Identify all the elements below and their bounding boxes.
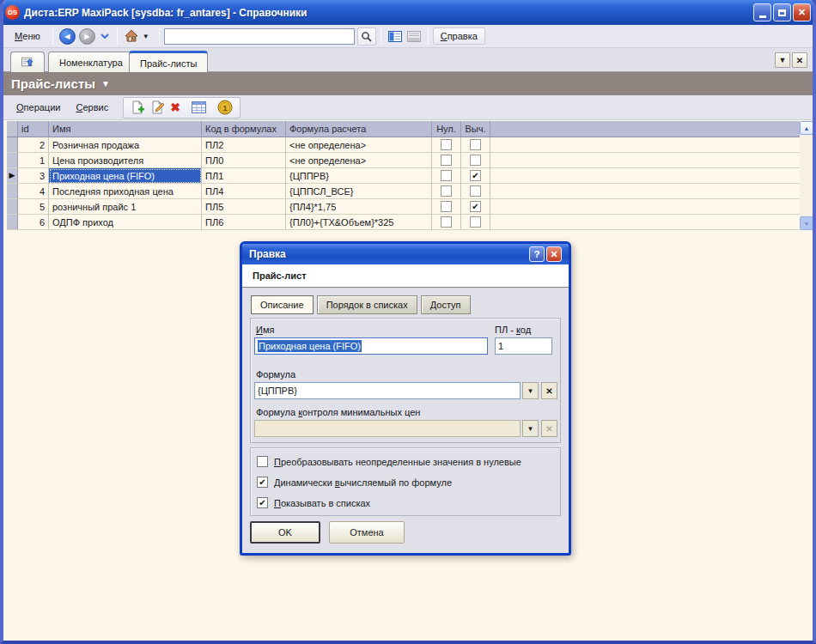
checkbox-icon[interactable] (470, 185, 481, 197)
cell-id[interactable]: 6 (18, 215, 49, 230)
checkbox-icon[interactable] (470, 155, 481, 166)
cell-id[interactable]: 4 (18, 184, 49, 199)
col-id[interactable]: id (18, 121, 49, 137)
cell-formula[interactable]: {ЦППРВ} (286, 168, 432, 184)
cell-id[interactable]: 5 (18, 199, 49, 215)
dialog-tab-access[interactable]: Доступ (421, 295, 471, 314)
cell-id[interactable]: 1 (18, 153, 49, 168)
cell-nul[interactable] (432, 184, 461, 199)
cell-formula[interactable]: {ЦППСЛ_ВСЕ} (286, 184, 432, 199)
cell-id[interactable]: 3 (18, 168, 49, 184)
menu-operations[interactable]: Операции (9, 99, 68, 116)
cell-nul[interactable] (432, 199, 461, 215)
dialog-tab-order[interactable]: Порядок в списках (317, 295, 417, 314)
checkbox-icon[interactable] (470, 216, 481, 228)
cell-nul[interactable] (432, 153, 461, 168)
checkbox-icon[interactable] (441, 155, 452, 166)
checkbox-icon[interactable] (441, 170, 452, 181)
formula-clear-button[interactable]: ✕ (541, 382, 557, 399)
delete-button[interactable]: ✖ (170, 100, 180, 114)
cell-nul[interactable] (432, 137, 461, 153)
edit-button[interactable] (150, 100, 165, 115)
cell-formula[interactable]: {ПЛ4}*1,75 (286, 199, 432, 215)
ok-button[interactable]: OK (250, 521, 320, 544)
back-button[interactable]: ◀ (59, 28, 76, 45)
currency-button[interactable]: 1 (217, 100, 233, 115)
cell-formula[interactable]: {ПЛ0}+{ТХ&Объем}*325 (286, 215, 432, 230)
cell-code[interactable]: ПЛ2 (202, 137, 286, 153)
min-formula-dropdown-button[interactable]: ▼ (522, 420, 539, 437)
cell-code[interactable]: ПЛ4 (202, 184, 286, 199)
dialog-checkbox[interactable]: Преобразовывать неопределенные значения … (257, 456, 521, 467)
dialog-help-button[interactable]: ? (529, 246, 545, 262)
header-dropdown-button[interactable]: ▼ (101, 79, 110, 88)
menu-service[interactable]: Сервис (68, 99, 116, 116)
tab-price-lists[interactable]: Прайс-листы (129, 51, 208, 73)
checkbox-icon[interactable]: ✔ (257, 497, 268, 508)
col-vych[interactable]: Выч. (461, 121, 490, 137)
cell-nul[interactable] (432, 168, 461, 184)
history-dropdown-button[interactable] (100, 33, 109, 39)
cell-code[interactable]: ПЛ0 (202, 153, 286, 168)
cell-vych[interactable] (461, 215, 490, 230)
view-bottom-panel-button[interactable] (405, 27, 423, 46)
add-button[interactable] (131, 100, 145, 115)
table-row[interactable]: 6ОДПФ приходПЛ6{ПЛ0}+{ТХ&Объем}*325 (7, 215, 813, 230)
checkbox-icon[interactable]: ✔ (257, 477, 268, 488)
dialog-checkbox[interactable]: ✔Показывать в списках (257, 497, 370, 508)
formula-dropdown-button[interactable]: ▼ (522, 382, 539, 399)
dialog-tab-description[interactable]: Описание (251, 295, 314, 314)
cell-code[interactable]: ПЛ1 (202, 168, 286, 184)
home-dropdown-button[interactable]: ▼ (143, 33, 149, 40)
scroll-up-button[interactable]: ▲ (800, 121, 813, 135)
cell-vych[interactable] (461, 153, 490, 168)
menu-button[interactable]: Меню (7, 27, 48, 45)
close-button[interactable]: ✕ (793, 3, 811, 21)
forward-button[interactable]: ▶ (79, 28, 95, 45)
cell-id[interactable]: 2 (18, 137, 49, 153)
tab-close-button[interactable]: ✕ (792, 52, 807, 68)
col-formula[interactable]: Формула расчета (286, 121, 432, 137)
table-row[interactable]: 1Цена производителяПЛ0<не определена> (7, 153, 813, 168)
tab-nomenclatura[interactable]: Номенклатура (48, 52, 134, 72)
minimize-button[interactable] (753, 3, 771, 21)
cell-formula[interactable]: <не определена> (286, 137, 432, 153)
cell-vych[interactable]: ✔ (461, 199, 490, 215)
cell-vych[interactable] (461, 137, 490, 153)
cancel-button[interactable]: Отмена (329, 521, 405, 544)
dialog-close-button[interactable]: ✕ (546, 246, 562, 262)
cell-code[interactable]: ПЛ6 (202, 215, 286, 230)
col-code[interactable]: Код в формулах (202, 121, 286, 137)
title-bar[interactable]: DS Диста:ERP MaxiPack [sysdba: fr_antare… (0, 0, 816, 25)
table-scrollbar[interactable]: ▲ ▼ (800, 121, 813, 230)
name-field[interactable]: Приходная цена (FIFO) (254, 337, 488, 355)
col-name[interactable]: Имя (49, 121, 202, 137)
col-nul[interactable]: Нул. (432, 121, 461, 137)
cell-code[interactable]: ПЛ5 (202, 199, 286, 215)
cell-formula[interactable]: <не определена> (286, 153, 432, 168)
code-field[interactable]: 1 (495, 337, 552, 355)
table-row[interactable]: 5розничный прайс 1ПЛ5{ПЛ4}*1,75✔ (7, 199, 813, 215)
cell-name[interactable]: Приходная цена (FIFO) (49, 168, 202, 184)
checkbox-icon[interactable] (441, 139, 452, 150)
checkbox-icon[interactable] (470, 139, 481, 150)
search-button[interactable] (357, 27, 376, 46)
dialog-title-bar[interactable]: Правка ? ✕ (242, 244, 569, 264)
maximize-button[interactable] (773, 3, 791, 21)
checkbox-icon[interactable] (441, 201, 452, 212)
checkbox-icon[interactable] (441, 216, 452, 228)
checkbox-icon[interactable]: ✔ (470, 201, 481, 212)
cell-vych[interactable]: ✔ (461, 168, 490, 184)
view-left-panel-button[interactable] (386, 27, 405, 46)
scroll-down-button[interactable]: ▼ (800, 216, 813, 230)
cell-name[interactable]: Последняя приходная цена (49, 184, 202, 199)
home-button[interactable] (122, 27, 141, 46)
cell-nul[interactable] (432, 215, 461, 230)
checkbox-icon[interactable] (441, 185, 452, 197)
cell-name[interactable]: ОДПФ приход (49, 215, 202, 230)
checkbox-icon[interactable] (257, 456, 268, 467)
checkbox-icon[interactable]: ✔ (470, 170, 481, 181)
cell-name[interactable]: Цена производителя (49, 153, 202, 168)
table-row[interactable]: ▶3Приходная цена (FIFO)ПЛ1{ЦППРВ}✔ (7, 168, 813, 184)
help-button[interactable]: Справка (433, 27, 485, 45)
